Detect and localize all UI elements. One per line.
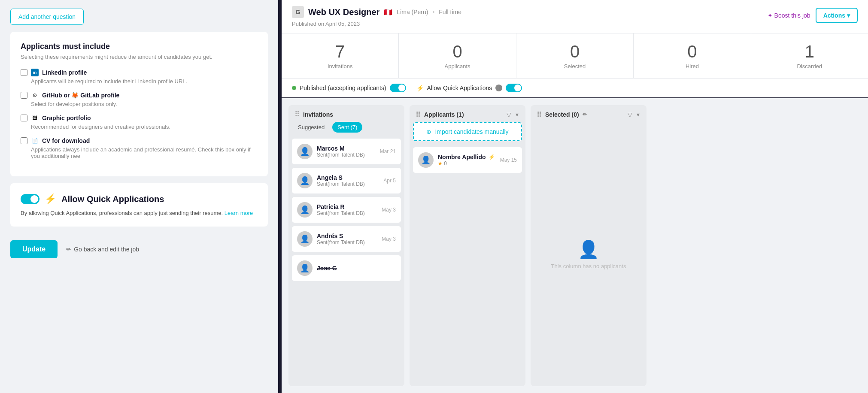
stat-invitations: 7 Invitations (282, 33, 399, 78)
candidate-marcos[interactable]: 👤 Marcos M Sent(from Talent DB) Mar 21 (292, 139, 401, 164)
col-actions: ▽ ▾ (506, 110, 519, 119)
update-button[interactable]: Update (10, 240, 58, 258)
candidate-date: May 15 (500, 157, 517, 163)
candidate-avatar: 👤 (297, 231, 313, 247)
cv-desc: Applications always include an academic … (31, 146, 258, 159)
cv-checkbox[interactable] (21, 137, 27, 144)
candidate-avatar: 👤 (418, 152, 434, 168)
linkedin-checkbox[interactable] (21, 69, 27, 76)
cv-icon: 📄 (31, 137, 39, 145)
lightning-icon: ⚡ (45, 193, 56, 205)
empty-text: This column has no applicants (551, 263, 626, 269)
candidate-date: May 3 (382, 207, 396, 213)
info-icon[interactable]: i (495, 85, 502, 91)
candidate-name: Angela S (317, 174, 379, 181)
cv-label: CV for download (42, 137, 90, 144)
job-info: G Web UX Designer 🇵🇪 Lima (Peru) • Full … (292, 6, 461, 27)
candidate-sub: Sent(from Talent DB) (317, 210, 377, 216)
edit-pencil-icon: ✏ (66, 246, 71, 253)
applicants-col-body: 👤 Nombre Apellido ⚡ ★ 0 May 15 (410, 145, 525, 386)
star-icon: ★ (438, 160, 443, 166)
discarded-number: 1 (760, 42, 859, 61)
invitations-column: ⠿ Invitations Suggested Sent (7) 👤 Marco… (288, 105, 404, 386)
candidate-patricia[interactable]: 👤 Patricia R Sent(from Talent DB) May 3 (292, 197, 401, 223)
flag-icon: 🇵🇪 (384, 8, 392, 16)
candidate-info: Nombre Apellido ⚡ ★ 0 (438, 154, 496, 166)
quick-apps-title: Allow Quick Applications (61, 194, 164, 204)
github-desc: Select for developer positions only. (31, 101, 258, 107)
drag-icon: ⠿ (294, 110, 300, 118)
quick-apps-desc: By allowing Quick Applications, professi… (21, 210, 258, 216)
stat-discarded: 1 Discarded (751, 33, 868, 78)
import-candidates-button[interactable]: ⊕ Import candidates manually (413, 122, 522, 141)
published-toggle[interactable] (390, 84, 406, 92)
linkedin-icon: in (31, 69, 39, 76)
candidate-info: Jose G (317, 265, 392, 272)
selected-label: Selected (525, 63, 625, 70)
candidate-avatar: 👤 (297, 144, 313, 159)
more-icon[interactable]: ▾ (515, 110, 519, 119)
requirement-linkedin: in LinkedIn profile Applicants will be r… (21, 69, 258, 85)
stats-row: 7 Invitations 0 Applicants 0 Selected 0 … (282, 33, 868, 79)
stat-applicants: 0 Applicants (399, 33, 516, 78)
invitations-number: 7 (290, 42, 390, 61)
linkedin-desc: Applicants will be required to include t… (31, 78, 258, 85)
portfolio-label: Graphic portfolio (42, 115, 91, 121)
panel-divider (278, 0, 282, 393)
drag-icon: ⠿ (416, 111, 421, 119)
candidate-info: Marcos M Sent(from Talent DB) (317, 145, 376, 158)
suggested-tab[interactable]: Suggested (293, 122, 330, 133)
left-panel: Add another question Applicants must inc… (0, 0, 278, 393)
candidate-date: May 3 (382, 236, 396, 242)
portfolio-desc: Recommended for designers and creative p… (31, 124, 258, 130)
learn-more-link[interactable]: Learn more (225, 210, 253, 216)
applicants-number: 0 (407, 42, 507, 61)
selected-number: 0 (525, 42, 625, 61)
boost-button[interactable]: ✦ Boost this job (768, 12, 810, 19)
columns-area: ⠿ Invitations Suggested Sent (7) 👤 Marco… (282, 98, 868, 393)
candidate-sub: Sent(from Talent DB) (317, 239, 377, 245)
quick-apps-toggle-status[interactable] (506, 84, 522, 92)
empty-icon: 👤 (578, 239, 599, 260)
top-bar: G Web UX Designer 🇵🇪 Lima (Peru) • Full … (282, 0, 868, 33)
plus-icon: ⊕ (426, 128, 431, 135)
more-icon[interactable]: ▾ (636, 110, 640, 119)
job-title-row: G Web UX Designer 🇵🇪 Lima (Peru) • Full … (292, 6, 461, 18)
filter-icon[interactable]: ▽ (506, 110, 512, 119)
candidate-jose[interactable]: 👤 Jose G (292, 255, 401, 281)
quick-applications-card: ⚡ Allow Quick Applications By allowing Q… (10, 183, 268, 227)
sent-tab[interactable]: Sent (7) (332, 122, 362, 133)
candidate-date: Apr 5 (383, 178, 396, 184)
candidate-angela[interactable]: 👤 Angela S Sent(from Talent DB) Apr 5 (292, 168, 401, 193)
edit-col-icon[interactable]: ✏ (583, 112, 587, 118)
requirement-portfolio: 🖼 Graphic portfolio Recommended for desi… (21, 114, 258, 130)
go-back-link[interactable]: ✏ Go back and edit the job (66, 246, 139, 253)
selected-col-title: Selected (0) (545, 111, 579, 118)
quick-apps-toggle[interactable] (21, 194, 39, 204)
candidate-name: Marcos M (317, 145, 376, 152)
github-label: GitHub or 🦊 GitLab profile (42, 92, 119, 99)
add-question-button[interactable]: Add another question (10, 9, 84, 25)
selected-column: ⠿ Selected (0) ✏ ▽ ▾ 👤 This column has n… (531, 105, 646, 386)
candidate-name: Patricia R (317, 203, 377, 210)
requirements-subtitle: Selecting these requirements might reduc… (21, 54, 258, 60)
discarded-label: Discarded (760, 63, 859, 70)
invitations-col-title: Invitations (303, 111, 333, 118)
github-icon: ⊙ (31, 91, 39, 99)
candidate-andres[interactable]: 👤 Andrés S Sent(from Talent DB) May 3 (292, 226, 401, 252)
portfolio-icon: 🖼 (31, 114, 39, 122)
actions-button[interactable]: Actions ▾ (816, 8, 858, 23)
invitations-col-header: ⠿ Invitations (288, 105, 404, 122)
candidate-nombre[interactable]: 👤 Nombre Apellido ⚡ ★ 0 May 15 (413, 147, 522, 173)
invitations-col-body: 👤 Marcos M Sent(from Talent DB) Mar 21 👤… (288, 136, 404, 386)
applicants-col-title: Applicants (1) (424, 111, 464, 118)
candidate-info: Angela S Sent(from Talent DB) (317, 174, 379, 187)
filter-icon[interactable]: ▽ (627, 110, 633, 119)
bottom-actions: Update ✏ Go back and edit the job (10, 233, 268, 265)
portfolio-checkbox[interactable] (21, 115, 27, 121)
applicants-col-header: ⠿ Applicants (1) ▽ ▾ (410, 105, 525, 122)
status-bar: Published (accepting applicants) ⚡ Allow… (282, 79, 868, 98)
github-checkbox[interactable] (21, 92, 27, 99)
candidate-avatar: 👤 (297, 260, 313, 276)
stat-selected: 0 Selected (516, 33, 634, 78)
